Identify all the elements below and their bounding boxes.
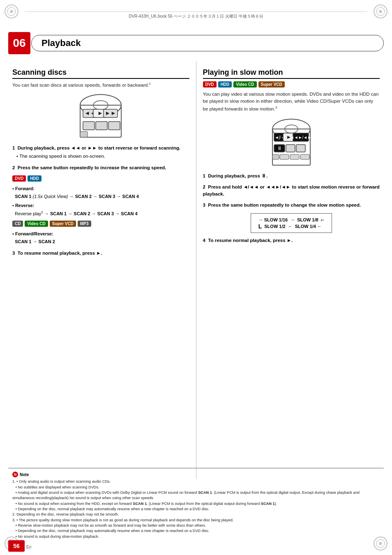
svg-point-2	[10, 10, 13, 13]
slow-badge-vcd: Video CD	[233, 81, 256, 88]
svg-text:►►: ►►	[105, 110, 116, 116]
svg-rect-23	[108, 122, 120, 130]
badge-dvd: DVD	[12, 175, 26, 182]
scan-dvd-forward: • Forward: SCAN 1 (1.5x Quick View) → SC…	[12, 185, 189, 200]
page-lang: En	[26, 545, 31, 549]
page-number: 56	[8, 540, 25, 552]
svg-rect-39	[280, 154, 289, 159]
slow-motion-section: Playing in slow motion DVD HDD Video CD …	[196, 61, 384, 479]
slow-intro: You can play video at various slow motio…	[203, 91, 380, 113]
svg-text:►: ►	[97, 110, 103, 116]
scan-step3: 3 To resume normal playback, press ►.	[12, 250, 189, 257]
chapter-number: 06	[8, 32, 30, 54]
slow-step2: 2 Press and hold ◄/◄◄ or ◄◄►/◄► to start…	[203, 184, 380, 198]
scan-cd-forward: • Forward/Reverse: SCAN 1 → SCAN 2	[12, 230, 189, 245]
svg-rect-41	[300, 154, 309, 159]
slow-badge-row: DVD HDD Video CD Super VCD	[203, 81, 380, 88]
scanning-discs-section: Scanning discs You can fast scan discs a…	[8, 61, 196, 479]
badge-videocd: Video CD	[25, 221, 48, 227]
note-icon: N	[12, 472, 18, 477]
badge-hdd: HDD	[28, 175, 42, 182]
svg-text:⏸: ⏸	[277, 145, 282, 151]
slow-speed-diagram: → SLOW 1/16 → SLOW 1/8 ⌐ L SLOW 1/2 ← SL…	[203, 213, 380, 233]
scan-step2: 2 Press the same button repeatedly to in…	[12, 164, 189, 171]
slow-badge-svcd: Super VCD	[258, 81, 285, 88]
svg-rect-36	[286, 145, 295, 152]
page-title-bar: Playback	[31, 35, 384, 51]
scanning-heading: Scanning discs	[12, 68, 189, 79]
svg-rect-22	[96, 122, 107, 130]
scan-dvd-reverse: • Reverse: Reverse play2 → SCAN 1 → SCAN…	[12, 202, 189, 217]
badge-cd: CD	[12, 221, 23, 227]
slow-badge-dvd: DVD	[203, 81, 217, 88]
remote-diagram-slow: ◄|/◄◄ ► ◄◄►/◄► ⏸	[261, 117, 322, 167]
file-info: DVR-433H_UK.book 56 ページ ２００５年３月１日 火曜日 午後…	[25, 12, 367, 19]
badge-mp3: MP3	[78, 221, 91, 227]
svg-rect-40	[290, 154, 299, 159]
dvd-hdd-badge-row: DVD HDD	[12, 175, 189, 182]
svg-point-5	[379, 10, 382, 13]
svg-rect-21	[83, 122, 95, 130]
slow-step3: 3 Press the same button repeatedly to ch…	[203, 202, 380, 209]
svg-rect-38	[272, 154, 279, 159]
notes-content: 1. • Only analog audio is output when sc…	[12, 479, 380, 539]
note-heading: N Note	[12, 472, 380, 477]
slow-step1: 1 During playback, press ⏸.	[203, 173, 380, 180]
svg-point-11	[379, 542, 382, 545]
svg-text:◄◄►/◄►: ◄◄►/◄►	[290, 135, 311, 140]
remote-diagram-scan: ◄◄ ► ►►	[70, 94, 131, 139]
scanning-intro: You can fast scan discs at various speed…	[12, 81, 189, 89]
cd-badge-row: CD Video CD Super VCD MP3	[12, 221, 189, 227]
slow-heading: Playing in slow motion	[203, 68, 380, 79]
slow-badge-hdd: HDD	[218, 81, 232, 88]
badge-svcd: Super VCD	[50, 221, 76, 227]
corner-decoration-tr	[372, 3, 389, 20]
slow-step4: 4 To resume normal playback, press ►.	[203, 237, 380, 244]
corner-decoration-tl	[3, 3, 20, 20]
svg-rect-24	[80, 131, 88, 137]
svg-rect-37	[296, 145, 305, 152]
scan-step1: 1 During playback, press ◄◄ or ►► to sta…	[12, 145, 189, 160]
page-title: Playback	[42, 38, 81, 48]
notes-section: N Note 1. • Only analog audio is output …	[8, 468, 384, 542]
